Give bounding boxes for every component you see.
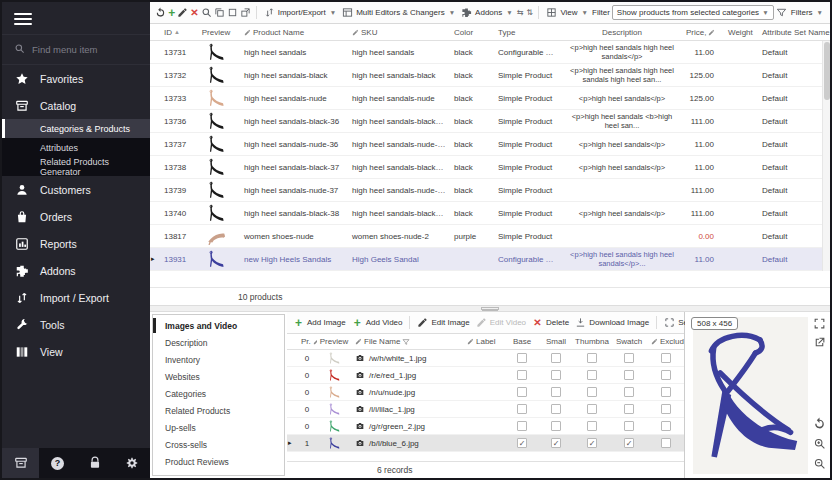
sidebar-item-favorites[interactable]: Favorites xyxy=(2,65,150,92)
add-product-icon[interactable]: + xyxy=(168,7,175,18)
download-image-button[interactable]: Download Image xyxy=(573,316,651,329)
exclude-checkbox[interactable] xyxy=(661,370,671,380)
product-row[interactable]: 13739high heel sandals-nude-37high heel … xyxy=(150,179,830,202)
exclude-checkbox[interactable] xyxy=(661,421,671,431)
add-video-button[interactable]: +Add Video xyxy=(350,316,405,329)
col-product-name[interactable]: Product Name xyxy=(240,28,348,37)
image-row[interactable]: 0/g/r/green_2.jpg xyxy=(287,418,684,435)
delete-image-button[interactable]: ✕Delete xyxy=(530,316,571,329)
image-row[interactable]: 0/r/e/red_1.jpg xyxy=(287,367,684,384)
col-thumbnail[interactable]: Thumbna xyxy=(573,337,611,346)
settings-gear-icon[interactable] xyxy=(113,448,150,478)
tab-categories[interactable]: Categories xyxy=(153,385,284,402)
base-checkbox[interactable]: ✓ xyxy=(517,438,527,448)
filter-select[interactable]: Show products from selected categories ▼ xyxy=(612,5,774,20)
sidebar-item-reports[interactable]: Reports xyxy=(2,230,150,257)
thumbnail-checkbox[interactable]: ✓ xyxy=(587,438,597,448)
product-row[interactable]: 13731high heel sandalshigh heel sandalsb… xyxy=(150,41,830,64)
sort-icon[interactable]: ⇅ xyxy=(526,7,533,18)
col-swatch[interactable]: Swatch xyxy=(611,337,647,346)
import-export-dropdown[interactable]: Import/Export▼ xyxy=(262,6,338,19)
col-id[interactable]: ID▲ xyxy=(160,28,192,37)
image-row[interactable]: ▸1/b/l/blue_6.jpg✓✓✓✓ xyxy=(287,435,684,452)
thumbnail-checkbox[interactable] xyxy=(587,421,597,431)
filter-funnel-icon[interactable] xyxy=(402,338,410,346)
edit-product-icon[interactable] xyxy=(177,7,188,18)
small-checkbox[interactable] xyxy=(551,404,561,414)
filters-dropdown[interactable]: Filters▼ xyxy=(789,7,825,18)
thumbnail-checkbox[interactable] xyxy=(587,404,597,414)
select-cell-icon[interactable] xyxy=(227,7,238,18)
col-label[interactable]: Label xyxy=(463,337,505,346)
multi-editors-dropdown[interactable]: Multi Editors & Changers▼ xyxy=(340,6,457,19)
search-icon[interactable] xyxy=(201,7,212,18)
tab-inventory[interactable]: Inventory xyxy=(153,351,284,368)
swatch-checkbox[interactable] xyxy=(624,421,634,431)
col-file-name[interactable]: File Name xyxy=(351,337,463,346)
lock-icon[interactable] xyxy=(76,448,113,478)
col-small[interactable]: Small xyxy=(539,337,573,346)
funnel-icon[interactable] xyxy=(776,7,787,18)
tab-cross-sells[interactable]: Cross-sells xyxy=(153,436,284,453)
rotate-icon[interactable] xyxy=(813,417,826,430)
panel-splitter[interactable] xyxy=(150,305,830,312)
catalog-shortcut-icon[interactable] xyxy=(2,448,39,478)
external-link-icon[interactable] xyxy=(813,336,826,349)
product-row[interactable]: 13736high heel sandals-black-36high heel… xyxy=(150,110,830,133)
copy-icon[interactable] xyxy=(214,7,225,18)
col-exclude[interactable]: Exclude xyxy=(647,337,684,346)
sidebar-item-customers[interactable]: Customers xyxy=(2,176,150,203)
sidebar-search[interactable] xyxy=(2,34,150,65)
base-checkbox[interactable] xyxy=(517,421,527,431)
base-checkbox[interactable] xyxy=(517,353,527,363)
tab-websites[interactable]: Websites xyxy=(153,368,284,385)
exclude-checkbox[interactable] xyxy=(661,438,671,448)
image-row[interactable]: 0/l/i/lilac_1.jpg xyxy=(287,401,684,418)
delete-product-icon[interactable]: ✕ xyxy=(190,7,198,18)
product-row[interactable]: 13737high heel sandals-nude-36high heel … xyxy=(150,133,830,156)
sidebar-item-addons[interactable]: Addons xyxy=(2,257,150,284)
swatch-checkbox[interactable] xyxy=(624,404,634,414)
image-row[interactable]: 0/w/h/white_1.jpg xyxy=(287,350,684,367)
sidebar-item-import-export[interactable]: Import / Export xyxy=(2,284,150,311)
swatch-checkbox[interactable] xyxy=(624,387,634,397)
col-base[interactable]: Base xyxy=(505,337,539,346)
base-checkbox[interactable] xyxy=(517,370,527,380)
col-weight[interactable]: Weight xyxy=(724,28,758,37)
col-attribute-set[interactable]: Attribute Set Name xyxy=(758,28,830,37)
col-color[interactable]: Color xyxy=(450,28,494,37)
help-icon[interactable]: ? xyxy=(39,448,76,478)
tab-related-products[interactable]: Related Products xyxy=(153,402,284,419)
thumbnail-checkbox[interactable] xyxy=(587,387,597,397)
image-row[interactable]: 0/n/u/nude.jpg xyxy=(287,384,684,401)
thumbnail-checkbox[interactable] xyxy=(587,353,597,363)
sidebar-search-input[interactable] xyxy=(32,44,132,55)
swatch-checkbox[interactable] xyxy=(624,370,634,380)
addons-dropdown[interactable]: Addons▼ xyxy=(459,6,515,19)
small-checkbox[interactable] xyxy=(551,353,561,363)
sidebar-item-attributes[interactable]: Attributes xyxy=(2,138,150,157)
swatch-checkbox[interactable] xyxy=(624,353,634,363)
product-row[interactable]: 13817women shoes-nudewomen shoes-nude-2p… xyxy=(150,225,830,248)
exclude-checkbox[interactable] xyxy=(661,353,671,363)
col-price[interactable]: Price, xyxy=(682,28,724,37)
small-checkbox[interactable]: ✓ xyxy=(551,438,561,448)
base-checkbox[interactable] xyxy=(517,387,527,397)
product-row[interactable]: ▸13931new High Heels SandalsHigh Geels S… xyxy=(150,248,830,271)
image-preview[interactable] xyxy=(693,317,808,474)
view-dropdown[interactable]: View▼ xyxy=(544,6,590,19)
col-description[interactable]: Description xyxy=(562,28,682,37)
sidebar-item-related-products-generator[interactable]: Related Products Generator xyxy=(2,157,150,176)
sidebar-item-orders[interactable]: Orders xyxy=(2,203,150,230)
refresh-icon[interactable] xyxy=(155,7,166,18)
product-row[interactable]: 13732high heel sandals-blackhigh heel sa… xyxy=(150,64,830,87)
add-image-button[interactable]: +Add Image xyxy=(291,316,348,329)
product-row[interactable]: 13740high heel sandals-black-38high heel… xyxy=(150,202,830,225)
sidebar-item-catalog[interactable]: Catalog xyxy=(2,92,150,119)
edit-video-button[interactable]: Edit Video xyxy=(474,316,528,329)
tab-images-and-video[interactable]: Images and Video xyxy=(153,317,284,334)
small-checkbox[interactable] xyxy=(551,387,561,397)
tab-product-reviews[interactable]: Product Reviews xyxy=(153,453,284,470)
translate-icon[interactable]: ⇆ xyxy=(517,7,524,18)
col-type[interactable]: Type xyxy=(494,28,562,37)
